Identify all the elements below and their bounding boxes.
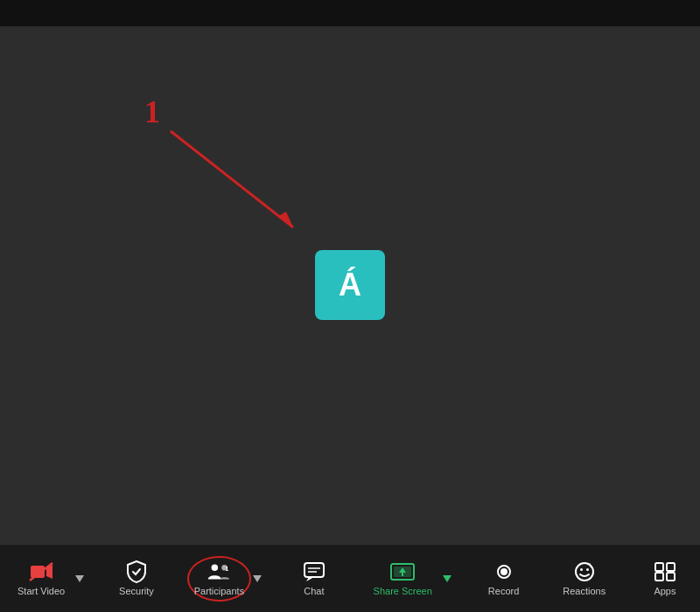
top-bar — [0, 0, 700, 26]
main-video-area: Á 1 — [0, 26, 700, 544]
svg-rect-11 — [304, 563, 324, 577]
participants-button[interactable]: 1 Participants — [187, 556, 251, 602]
svg-point-7 — [212, 564, 218, 570]
chat-icon — [302, 561, 326, 582]
svg-rect-26 — [667, 563, 675, 571]
apps-icon — [653, 561, 677, 582]
svg-point-20 — [500, 568, 508, 575]
participants-caret-button[interactable] — [251, 570, 263, 588]
reactions-button[interactable]: ↑ Reactions — [554, 556, 614, 602]
apps-label: Apps — [654, 586, 676, 596]
reactions-label: Reactions — [563, 586, 606, 596]
security-label: Security — [119, 586, 154, 596]
svg-point-22 — [580, 568, 583, 571]
share-screen-button[interactable]: Share Screen — [365, 556, 441, 602]
svg-line-1 — [171, 131, 293, 227]
record-button[interactable]: Record — [478, 556, 530, 602]
toolbar: Start Video Security — [0, 544, 700, 612]
chat-button[interactable]: Chat — [288, 556, 340, 602]
svg-text:↑: ↑ — [588, 561, 592, 569]
avatar-letter: Á — [339, 269, 361, 301]
record-icon — [492, 561, 516, 582]
participants-icon: 1 — [206, 561, 231, 582]
svg-rect-25 — [655, 563, 663, 571]
share-screen-caret-button[interactable] — [441, 570, 453, 588]
participants-group: 1 Participants — [187, 556, 263, 602]
svg-rect-28 — [667, 573, 675, 581]
svg-rect-27 — [655, 573, 663, 581]
avatar-tile: Á — [315, 250, 385, 320]
svg-marker-18 — [443, 575, 452, 582]
share-screen-label: Share Screen — [374, 586, 432, 596]
svg-text:1: 1 — [226, 566, 229, 572]
chat-label: Chat — [304, 586, 324, 596]
video-icon — [29, 561, 53, 582]
reactions-icon: ↑ — [572, 561, 597, 582]
security-button[interactable]: Security — [110, 556, 163, 602]
start-video-group: Start Video — [9, 556, 86, 602]
svg-marker-6 — [75, 575, 84, 582]
share-screen-icon — [390, 561, 415, 582]
svg-marker-2 — [277, 212, 293, 227]
apps-button[interactable]: Apps — [639, 556, 691, 602]
record-label: Record — [488, 586, 519, 596]
svg-marker-10 — [253, 575, 262, 582]
svg-text:1: 1 — [144, 94, 160, 129]
video-caret-button[interactable] — [74, 570, 86, 588]
annotation-arrow: 1 — [136, 79, 328, 254]
start-video-button[interactable]: Start Video — [9, 556, 74, 602]
participants-label: Participants — [194, 586, 244, 596]
start-video-label: Start Video — [18, 586, 65, 596]
security-icon — [124, 561, 149, 582]
share-screen-group: Share Screen — [365, 556, 453, 602]
